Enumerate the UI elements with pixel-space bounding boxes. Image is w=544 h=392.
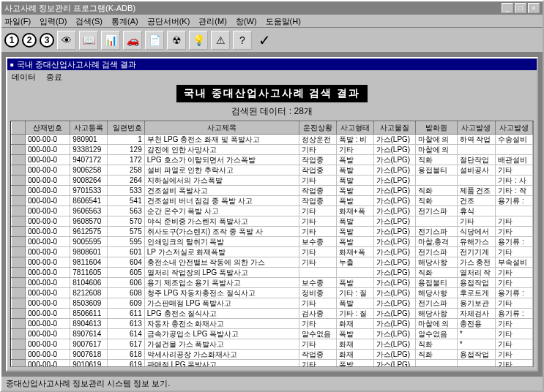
minimize-button[interactable]: _ — [502, 3, 513, 13]
cell[interactable]: 기타 — [299, 339, 337, 350]
cell[interactable]: 폭발 — [336, 329, 373, 339]
column-header[interactable]: 사고등록 — [70, 122, 108, 135]
cell[interactable]: 611 — [108, 309, 145, 319]
cell[interactable]: 9808601 — [70, 247, 108, 257]
cell[interactable]: 화재 — [336, 350, 373, 360]
tool-2[interactable]: 2 — [22, 33, 37, 48]
child-menu-data[interactable]: 데이터 — [12, 72, 36, 80]
cell[interactable]: 후로트게 — [457, 288, 496, 298]
cell[interactable]: 가스(LPG) — [373, 176, 415, 186]
cell[interactable]: 폭발 — [336, 237, 373, 247]
cell[interactable]: 가스(LPG) — [373, 237, 415, 247]
cell[interactable]: 9338129 — [70, 145, 108, 155]
menu-file[interactable]: 파일(F) — [4, 16, 31, 26]
close-button[interactable]: × — [528, 3, 540, 13]
cell[interactable]: 해당사항 — [415, 288, 457, 298]
cell[interactable]: 8212608 — [70, 288, 108, 298]
cell[interactable]: 8104606 — [70, 278, 108, 288]
cell[interactable]: LP 가스저실로 화재폭발 — [144, 247, 299, 257]
cell[interactable]: 전기스파 — [415, 206, 457, 216]
cell[interactable]: 마찰에 의 — [415, 145, 457, 155]
cell[interactable]: 폭발 — [336, 155, 373, 165]
table-row[interactable]: 000-00-09606563563순간 온수기 폭발 사고기타화재+폭가스(L… — [12, 206, 533, 216]
cell[interactable]: 폭발 — [336, 196, 373, 206]
cell[interactable]: 기타 — [299, 298, 337, 309]
cell[interactable]: 604 — [108, 257, 145, 268]
cell[interactable]: 보수중 — [299, 278, 337, 288]
cell[interactable]: 가스(LPG) — [373, 257, 415, 268]
cell[interactable]: 기타 — [496, 247, 533, 257]
cell[interactable]: 000-00-0 — [26, 237, 70, 247]
cell[interactable]: 기타 — [496, 350, 533, 360]
table-row[interactable]: 000-00-08104606606용기 제조업소 용기 폭발사고보수중폭발가스… — [12, 278, 533, 288]
column-header[interactable]: 일련번호 — [108, 122, 145, 135]
cell[interactable]: 기타 — [496, 329, 533, 339]
cell[interactable]: 청주 LPG 자동차충전소 질식사고 — [144, 288, 299, 298]
cell[interactable]: 화재 — [336, 339, 373, 350]
table-row[interactable]: 000-00-09338129129감전에 인한 사망사고기타기타가스(LPG)… — [12, 145, 533, 155]
cell[interactable]: 용접작업 — [457, 350, 496, 360]
cell[interactable]: 화재+폭 — [336, 206, 373, 216]
cell[interactable]: 가스(LPG) — [373, 247, 415, 257]
cell[interactable]: 직화 — [415, 155, 457, 165]
cell[interactable]: 알수없음 — [415, 329, 457, 339]
cell[interactable]: 563 — [108, 206, 145, 216]
column-header[interactable]: 사고형태 — [336, 122, 373, 135]
cell[interactable]: 화재+폭 — [336, 247, 373, 257]
cell[interactable]: 금속가공업소 LPG 폭발사고 — [144, 329, 299, 339]
cell[interactable]: 유해가스 — [457, 237, 496, 247]
cell[interactable]: 541 — [108, 196, 145, 206]
cell[interactable]: 129 — [108, 145, 145, 155]
cell[interactable]: 617 — [108, 339, 145, 350]
cell[interactable]: 열처리 작 — [457, 268, 496, 278]
cell[interactable]: 000-00-0 — [26, 298, 70, 309]
cell[interactable]: 작업중 — [299, 165, 337, 176]
table-row[interactable]: 000-00-08606541541건조설비 버너 점검 중 폭발 사고작업중폭… — [12, 196, 533, 206]
table-row[interactable]: 000-00-09612575575취사도구(가스렌지) 조작 중 폭발 사기타… — [12, 227, 533, 237]
cell[interactable]: 용기보관 — [457, 298, 496, 309]
cell[interactable]: 가스(LPG) — [373, 206, 415, 216]
cell[interactable]: 가스(LPG) — [373, 360, 415, 368]
cell[interactable]: 000-00-0 — [26, 309, 70, 319]
cell[interactable]: 기타 — [299, 247, 337, 257]
cell[interactable]: 직화 — [415, 186, 457, 196]
cell[interactable]: 601 — [108, 247, 145, 257]
cell[interactable]: 000-00-0 — [26, 135, 70, 145]
cell[interactable]: 제품 건조 — [457, 186, 496, 196]
cell[interactable]: 자동차 충전소 화재사고 — [144, 319, 299, 329]
cell[interactable]: 기타 — [457, 216, 496, 227]
menu-manage[interactable]: 관리(M) — [198, 16, 227, 26]
cell[interactable]: 9407172 — [70, 155, 108, 165]
column-header[interactable]: 사고제목 — [144, 122, 299, 135]
cell[interactable]: 누출 — [336, 257, 373, 268]
cell[interactable]: 폭발 — [336, 176, 373, 186]
cell[interactable]: 정상운전 — [299, 135, 337, 145]
cell[interactable]: 가스 충전 — [457, 257, 496, 268]
cell[interactable]: 가스(LPG) — [373, 350, 415, 360]
cell[interactable]: 용접불티 — [415, 165, 457, 176]
cell[interactable]: 마찰에 의 — [415, 135, 457, 145]
cell[interactable]: 검사중 — [299, 309, 337, 319]
data-grid[interactable]: 산재번호사고등록일련번호사고제목운전상황사고형태사고물질발화원사고발생사고발생 … — [10, 121, 534, 367]
cell[interactable]: 기타 — [299, 360, 337, 368]
child-menu-close[interactable]: 종료 — [46, 72, 62, 80]
eye-icon[interactable]: 👁 — [57, 31, 76, 50]
table-row[interactable]: 000-00-09808601601LP 가스저실로 화재폭발기타화재+폭가스(… — [12, 247, 533, 257]
cell[interactable]: 575 — [108, 227, 145, 237]
cell[interactable]: 정비중 — [299, 288, 337, 298]
cell[interactable]: 9612575 — [70, 227, 108, 237]
cell[interactable]: 가스(LPG) — [373, 329, 415, 339]
cell[interactable]: 기타 — [299, 257, 337, 268]
cell[interactable]: 부천 LPG 충전소 화재 및 폭발사고 — [144, 135, 299, 145]
menu-stats[interactable]: 통계(A) — [111, 16, 138, 26]
cell[interactable] — [496, 145, 533, 155]
cell[interactable]: 9010619 — [70, 360, 108, 368]
cell[interactable]: 9701533 — [70, 186, 108, 196]
cell[interactable]: 건조설비 폭발사고 — [144, 186, 299, 196]
cell[interactable]: 용접불티 — [415, 278, 457, 288]
cell[interactable]: 기타 — [299, 206, 337, 216]
cell[interactable] — [457, 360, 496, 368]
cell[interactable] — [415, 216, 457, 227]
table-row[interactable]: 000-00-09006258258설비 파열로 인한 추락사고작업중폭발가스(… — [12, 165, 533, 176]
table-row[interactable]: 000-00-08503609609가스판매점 LPG 폭발사고기타폭발가스(L… — [12, 298, 533, 309]
